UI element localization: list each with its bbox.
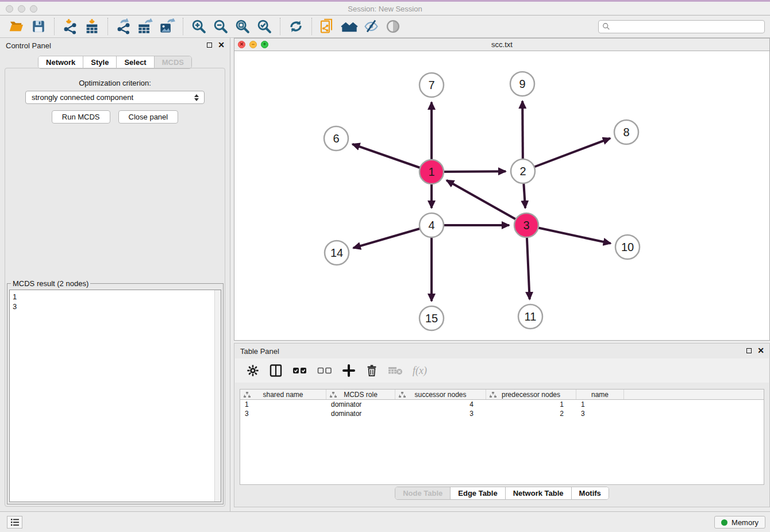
table-cell[interactable]: dominator <box>326 410 395 418</box>
node-label: 10 <box>621 241 634 253</box>
export-image-icon[interactable] <box>156 17 178 36</box>
tab-style[interactable]: Style <box>83 56 117 68</box>
show-all-icon[interactable] <box>382 17 404 36</box>
edge-2-8[interactable] <box>523 138 610 171</box>
column-header-MCDS-role[interactable]: MCDS role <box>326 390 395 399</box>
hide-selected-icon[interactable] <box>360 17 382 36</box>
column-header-successor-nodes[interactable]: successor nodes <box>395 390 486 399</box>
search-input[interactable] <box>613 22 761 31</box>
memory-button[interactable]: Memory <box>714 516 765 529</box>
node-8[interactable]: 8 <box>614 120 638 144</box>
app-titlebar: Session: New Session <box>0 0 770 16</box>
deselect-all-icon[interactable] <box>317 365 332 376</box>
dropdown-chevrons-icon <box>194 94 199 101</box>
table-cell[interactable]: 3 <box>395 410 486 418</box>
column-tree-icon <box>330 391 337 398</box>
delete-columns-icon[interactable] <box>365 364 378 377</box>
table-cell[interactable]: dominator <box>326 400 395 408</box>
node-11[interactable]: 11 <box>518 304 542 329</box>
tab-edge-table[interactable]: Edge Table <box>451 487 505 499</box>
delete-table-icon[interactable] <box>388 365 403 376</box>
app-title: Session: New Session <box>0 5 770 13</box>
status-bar: Memory <box>0 511 770 532</box>
network-zoom-button[interactable]: + <box>261 41 268 48</box>
node-7[interactable]: 7 <box>419 73 444 97</box>
table-body: 1dominator4113dominator323 <box>240 400 764 418</box>
tab-network[interactable]: Network <box>38 56 83 68</box>
optimization-criterion-select[interactable]: strongly connected component <box>25 91 205 104</box>
toolbar-separator <box>107 18 108 35</box>
close-panel-icon[interactable]: ✕ <box>218 42 225 48</box>
column-header-name[interactable]: name <box>576 390 624 399</box>
settings-gear-icon[interactable] <box>247 364 259 377</box>
toolbar-separator <box>311 18 312 35</box>
edge-3-10[interactable] <box>526 225 611 244</box>
tab-node-table[interactable]: Node Table <box>395 487 451 499</box>
float-table-panel-icon[interactable] <box>746 348 752 353</box>
first-neighbors-icon[interactable] <box>338 17 360 36</box>
open-session-icon[interactable] <box>6 17 28 36</box>
node-14[interactable]: 14 <box>325 241 349 265</box>
search-box <box>598 20 765 33</box>
column-header-predecessor-nodes[interactable]: predecessor nodes <box>486 390 576 399</box>
run-mcds-button[interactable]: Run MCDS <box>52 110 110 124</box>
mcds-result-text[interactable]: 1 3 <box>10 290 214 502</box>
zoom-in-icon[interactable] <box>188 17 210 36</box>
network-minimize-button[interactable]: − <box>249 41 257 48</box>
column-header-shared-name[interactable]: shared name <box>240 390 326 399</box>
control-panel-header: Control Panel ✕ <box>0 38 230 53</box>
tab-motifs[interactable]: Motifs <box>572 487 609 499</box>
new-network-icon[interactable] <box>317 17 338 36</box>
network-canvas[interactable]: 7968124314101511 <box>234 52 769 340</box>
table-cell[interactable]: 3 <box>576 410 624 418</box>
toolbar-separator <box>54 18 55 35</box>
export-network-icon[interactable] <box>113 17 134 36</box>
control-panel-tabs: NetworkStyleSelectMCDS <box>38 56 192 69</box>
add-column-icon[interactable] <box>342 364 356 377</box>
column-label: MCDS role <box>344 391 378 399</box>
export-table-icon[interactable] <box>134 17 156 36</box>
node-10[interactable]: 10 <box>615 235 640 259</box>
toggle-panel-icon[interactable] <box>269 364 283 377</box>
node-9[interactable]: 9 <box>510 72 534 96</box>
network-close-button[interactable]: ✕ <box>238 41 245 48</box>
import-network-icon[interactable] <box>59 17 81 36</box>
function-builder-icon[interactable]: f(x) <box>413 365 427 377</box>
table-cell[interactable]: 2 <box>486 410 576 418</box>
table-cell[interactable]: 1 <box>576 400 624 408</box>
zoom-out-icon[interactable] <box>210 17 232 36</box>
mcds-result-group: MCDS result (2 nodes) 1 3 <box>7 283 224 504</box>
list-icon <box>10 518 20 526</box>
save-session-icon[interactable] <box>28 17 49 36</box>
table-cell[interactable]: 3 <box>240 410 326 418</box>
node-15[interactable]: 15 <box>419 306 444 330</box>
task-history-button[interactable] <box>7 516 22 529</box>
node-1[interactable]: 1 <box>419 160 444 184</box>
edge-3-1[interactable] <box>446 180 526 225</box>
tab-mcds[interactable]: MCDS <box>155 56 191 68</box>
table-cell[interactable]: 4 <box>395 400 486 408</box>
tab-select[interactable]: Select <box>117 56 154 68</box>
node-label: 4 <box>428 219 434 232</box>
zoom-selected-icon[interactable] <box>253 17 275 36</box>
node-4[interactable]: 4 <box>419 213 444 237</box>
node-2[interactable]: 2 <box>511 159 535 183</box>
node-6[interactable]: 6 <box>324 126 348 151</box>
main-toolbar <box>0 16 770 38</box>
table-panel: Table Panel ✕ <box>234 343 770 507</box>
result-scrollbar[interactable] <box>214 290 221 502</box>
node-3[interactable]: 3 <box>514 213 538 237</box>
network-window-titlebar: ✕ − + scc.txt <box>234 38 769 51</box>
import-table-icon[interactable] <box>81 17 103 36</box>
table-row: 1dominator411 <box>240 400 764 409</box>
zoom-fit-icon[interactable] <box>232 17 253 36</box>
control-panel: Control Panel ✕ NetworkStyleSelectMCDS O… <box>0 38 230 511</box>
close-table-panel-icon[interactable]: ✕ <box>757 348 764 353</box>
float-panel-icon[interactable] <box>207 43 212 48</box>
apply-layout-icon[interactable] <box>285 17 307 36</box>
table-cell[interactable]: 1 <box>486 400 576 408</box>
close-panel-button[interactable]: Close panel <box>118 110 179 124</box>
table-cell[interactable]: 1 <box>240 400 326 408</box>
tab-network-table[interactable]: Network Table <box>506 487 572 499</box>
select-all-icon[interactable] <box>292 365 307 376</box>
